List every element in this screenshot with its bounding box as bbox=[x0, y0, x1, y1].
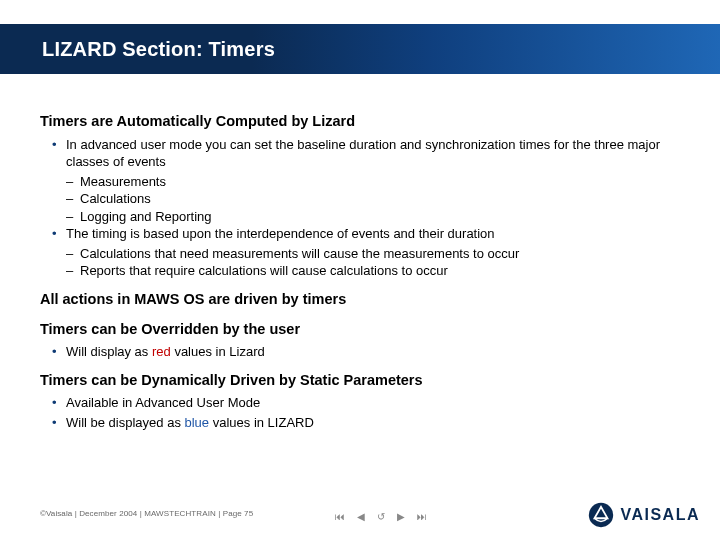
section-heading-3: Timers can be Overridden by the user bbox=[40, 320, 690, 340]
text: Will display as bbox=[66, 344, 152, 359]
sub-bullet: Logging and Reporting bbox=[80, 208, 690, 226]
nav-first-icon[interactable]: ⏮ bbox=[335, 511, 345, 522]
nav-refresh-icon[interactable]: ↺ bbox=[377, 511, 385, 522]
bullet: Available in Advanced User Mode bbox=[66, 394, 690, 412]
nav-next-icon[interactable]: ▶ bbox=[397, 511, 405, 522]
vaisala-logo-text: VAISALA bbox=[620, 506, 700, 524]
section-heading-2: All actions in MAWS OS are driven by tim… bbox=[40, 290, 690, 310]
content-area: Timers are Automatically Computed by Liz… bbox=[40, 112, 690, 433]
bullet: Will be displayed as blue values in LIZA… bbox=[66, 414, 690, 432]
title-band: LIZARD Section: Timers bbox=[0, 24, 720, 74]
bullet: Will display as red values in Lizard bbox=[66, 343, 690, 361]
vaisala-logo-icon bbox=[588, 502, 614, 528]
red-text: red bbox=[152, 344, 171, 359]
sub-bullet: Reports that require calculations will c… bbox=[80, 262, 690, 280]
sub-bullet: Calculations that need measurements will… bbox=[80, 245, 690, 263]
text: values in LIZARD bbox=[209, 415, 314, 430]
nav-last-icon[interactable]: ⏭ bbox=[417, 511, 427, 522]
sub-bullet: Calculations bbox=[80, 190, 690, 208]
footer-text: ©Vaisala | December 2004 | MAWSTECHTRAIN… bbox=[40, 509, 253, 518]
section-heading-1: Timers are Automatically Computed by Liz… bbox=[40, 112, 690, 132]
sub-bullet: Measurements bbox=[80, 173, 690, 191]
text: Will be displayed as bbox=[66, 415, 185, 430]
page-title: LIZARD Section: Timers bbox=[42, 38, 275, 61]
nav-prev-icon[interactable]: ◀ bbox=[357, 511, 365, 522]
section-heading-4: Timers can be Dynamically Driven by Stat… bbox=[40, 371, 690, 391]
slide-nav: ⏮ ◀ ↺ ▶ ⏭ bbox=[335, 511, 427, 522]
vaisala-logo: VAISALA bbox=[588, 502, 700, 528]
text: values in Lizard bbox=[171, 344, 265, 359]
blue-text: blue bbox=[185, 415, 210, 430]
bullet: The timing is based upon the interdepend… bbox=[66, 225, 690, 243]
bullet: In advanced user mode you can set the ba… bbox=[66, 136, 690, 171]
